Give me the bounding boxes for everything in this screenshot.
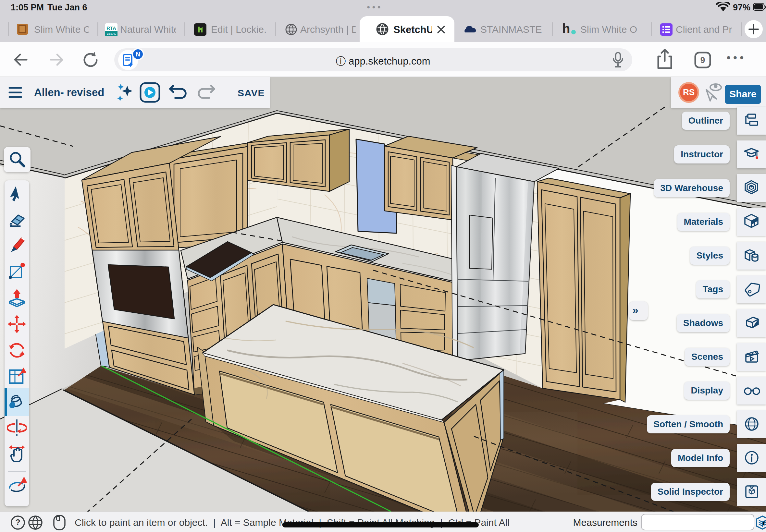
- svg-text:?: ?: [15, 517, 20, 527]
